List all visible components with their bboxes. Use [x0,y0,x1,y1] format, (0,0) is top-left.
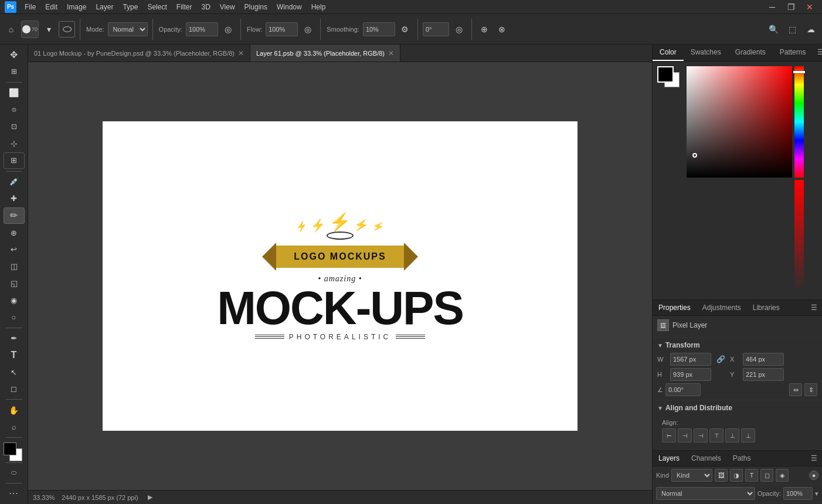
restore-btn[interactable]: ❐ [783,0,799,15]
tab-color[interactable]: Color [653,45,684,61]
tool-blur[interactable]: ◉ [4,292,25,308]
tool-gradient[interactable]: ◱ [4,275,25,291]
cloud-icon[interactable]: ☁ [803,22,818,37]
opacity-toggle-icon[interactable]: ◎ [220,22,236,37]
color-panel-options[interactable]: ☰ [813,45,822,61]
smoothing-input[interactable] [363,22,395,36]
align-center-h-btn[interactable]: ⊣ [678,428,692,442]
close-btn[interactable]: ✕ [802,0,817,15]
tab-gradients[interactable]: Gradients [728,45,773,61]
menu-select[interactable]: Select [142,2,171,12]
tool-frame[interactable]: ⊞ [4,152,25,168]
tool-type[interactable]: T [4,348,25,363]
tab-channels[interactable]: Channels [685,451,727,466]
opacity-input[interactable] [186,22,218,36]
minimize-btn[interactable]: ─ [765,0,780,15]
menu-3d[interactable]: 3D [196,2,215,12]
tool-dodge[interactable]: ○ [4,309,25,325]
tool-crop[interactable]: ⊹ [4,135,25,151]
tool-hand[interactable]: ✋ [4,402,25,418]
menu-view[interactable]: View [215,2,240,12]
align-top-btn[interactable]: ⊤ [709,428,724,442]
menu-layer[interactable]: Layer [91,2,118,12]
align-center-v-btn[interactable]: ⊥ [725,428,739,442]
layer-opacity-input[interactable] [783,487,813,500]
flip-h-icon[interactable]: ⇔ [789,383,802,396]
menu-file[interactable]: File [20,2,40,12]
foreground-color-swatch[interactable] [4,442,16,455]
tab-libraries[interactable]: Libraries [747,300,786,315]
tool-lasso[interactable]: ⌾ [4,101,25,117]
layers-panel-options[interactable]: ☰ [806,451,822,466]
tool-zoom[interactable]: ⌕ [4,419,25,435]
tab-paths[interactable]: Paths [727,451,757,466]
tool-marquee-rect[interactable]: ⬜ [4,85,25,101]
x-input[interactable] [743,353,784,366]
filter-type-btn[interactable]: T [745,469,758,482]
tab-1[interactable]: 01 Logo Mockup - by PuneDesign.psd @ 33.… [28,45,250,62]
mode-select[interactable]: Normal Multiply Screen [108,22,148,36]
tab-patterns[interactable]: Patterns [773,45,813,61]
tab-adjustments[interactable]: Adjustments [697,300,747,315]
tool-brush[interactable]: ✏ [4,207,25,223]
link-wh-icon[interactable]: 🔗 [715,353,726,365]
angle-icon[interactable]: ◎ [451,22,467,37]
filter-smart-btn[interactable]: ◈ [776,469,789,482]
tab-2-close[interactable]: ✕ [388,49,394,57]
smoothing-settings-icon[interactable]: ⚙ [398,22,413,37]
flow-icon[interactable]: ◎ [300,22,315,37]
tool-artboard[interactable]: ⊞ [4,64,25,80]
opacity-arrow[interactable]: ▾ [815,490,818,498]
pressure-icon[interactable]: ⊕ [477,22,492,37]
fg-color-box[interactable] [657,66,674,83]
alpha-slider[interactable] [794,180,804,291]
menu-help[interactable]: Help [307,2,331,12]
menu-image[interactable]: Image [62,2,91,12]
tab-2[interactable]: Layer 61.psb @ 33.3% (Placeholder, RGB/8… [250,45,400,62]
tab-swatches[interactable]: Swatches [684,45,728,61]
brush-settings-icon[interactable]: ▾ [41,22,56,37]
scroll-arrows[interactable]: ▶ [148,493,152,501]
tool-eraser[interactable]: ◫ [4,258,25,274]
tool-quick-mask[interactable]: ⬭ [4,465,25,481]
filter-pixel-btn[interactable]: 🖼 [715,469,728,482]
align-bottom-btn[interactable]: ⊥ [741,428,755,442]
flow-input[interactable] [266,22,298,36]
angle-input[interactable] [423,22,449,36]
tab-1-close[interactable]: ✕ [238,49,244,57]
tool-stamp[interactable]: ⊕ [4,225,25,241]
transform-header[interactable]: ▼ Transform [657,341,817,349]
w-input[interactable] [670,353,711,366]
tool-eyedropper[interactable]: 💉 [4,173,25,189]
brush-type-icon[interactable]: ⬭ [59,21,75,38]
tool-more[interactable]: ··· [4,486,25,502]
tool-history-brush[interactable]: ↩ [4,242,25,258]
filter-kind-select[interactable]: Kind [671,469,712,482]
menu-window[interactable]: Window [272,2,307,12]
tool-pen[interactable]: ✒ [4,331,25,346]
h-input[interactable] [670,368,711,381]
menu-type[interactable]: Type [118,2,142,12]
tab-properties[interactable]: Properties [653,300,697,315]
menu-plugins[interactable]: Plugins [240,2,272,12]
align-right-btn[interactable]: ⊣ [694,428,708,442]
tool-shape[interactable]: ◻ [4,382,25,397]
filter-adjust-btn[interactable]: ◑ [730,469,743,482]
hue-slider[interactable] [794,66,804,178]
canvas-wrapper[interactable]: ⚡ ⚡ ⚡ ⚡ ⚡ [28,62,652,490]
y-input[interactable] [743,368,784,381]
symmetry-icon[interactable]: ⊗ [494,22,509,37]
angle-value-input[interactable] [665,383,701,396]
tool-move[interactable]: ✥ [4,47,25,63]
tool-heal[interactable]: ✚ [4,190,25,206]
brush-preview[interactable]: 70 [21,21,39,38]
align-header[interactable]: ▼ Align and Distribute [657,404,817,412]
menu-edit[interactable]: Edit [40,2,62,12]
properties-panel-options[interactable]: ☰ [806,300,822,315]
tool-path-select[interactable]: ↖ [4,365,25,380]
blend-mode-select[interactable]: Normal Multiply Screen [656,487,755,500]
screen-mode-icon[interactable]: ⬚ [784,22,800,37]
flip-v-icon[interactable]: ⇕ [804,383,817,396]
tab-layers[interactable]: Layers [653,451,685,466]
align-left-btn[interactable]: ⊢ [662,428,676,442]
